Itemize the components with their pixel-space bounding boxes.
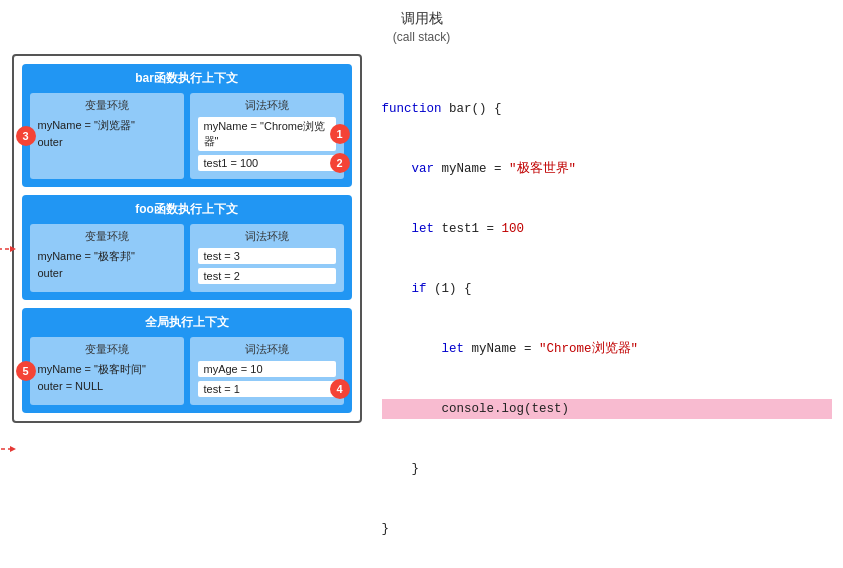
- global-variable-env: 5 变量环境 myName = "极客时间"outer = NULL: [30, 337, 184, 405]
- bar-variable-env: 3 变量环境 myName = "浏览器"outer: [30, 93, 184, 179]
- code-line-2: var myName = "极客世界": [382, 159, 832, 179]
- code-line-3: let test1 = 100: [382, 219, 832, 239]
- page-title: 调用栈: [401, 10, 443, 28]
- bar-lexical-item-2: test1 = 100 2: [198, 155, 336, 171]
- code-area: function bar() { var myName = "极客世界" let…: [382, 54, 832, 568]
- code-line-8: }: [382, 519, 832, 539]
- foo-variable-env: 变量环境 myName = "极客邦"outer: [30, 224, 184, 292]
- foo-context-title: foo函数执行上下文: [30, 201, 344, 218]
- bar-lexical-item-1: myName = "Chrome浏览器" 1: [198, 117, 336, 151]
- code-line-7: }: [382, 459, 832, 479]
- badge-3: 3: [16, 126, 36, 146]
- badge-1: 1: [330, 124, 350, 144]
- dashed-arrows-svg: [0, 54, 12, 568]
- foo-lexical-item-1: test = 3: [198, 248, 336, 264]
- global-context-title: 全局执行上下文: [30, 314, 344, 331]
- code-line-6: console.log(test): [382, 399, 832, 419]
- badge-5: 5: [16, 361, 36, 381]
- page-subtitle: (call stack): [393, 30, 450, 44]
- svg-marker-5: [10, 446, 16, 452]
- global-lexical-env: 词法环境 myAge = 10 test = 1 4: [190, 337, 344, 405]
- bar-context-title: bar函数执行上下文: [30, 70, 344, 87]
- foo-lexical-env: 词法环境 test = 3 test = 2: [190, 224, 344, 292]
- call-stack-area: bar函数执行上下文 3 变量环境 myName = "浏览器"outer 词法…: [12, 54, 362, 568]
- code-line-4: if (1) {: [382, 279, 832, 299]
- code-line-5: let myName = "Chrome浏览器": [382, 339, 832, 359]
- bar-lexical-env: 词法环境 myName = "Chrome浏览器" 1 test1 = 100 …: [190, 93, 344, 179]
- global-lexical-item-1: myAge = 10: [198, 361, 336, 377]
- call-stack-box: bar函数执行上下文 3 变量环境 myName = "浏览器"outer 词法…: [12, 54, 362, 423]
- foo-context: foo函数执行上下文 变量环境 myName = "极客邦"outer 词法环境…: [22, 195, 352, 300]
- foo-lexical-item-2: test = 2: [198, 268, 336, 284]
- bar-context: bar函数执行上下文 3 变量环境 myName = "浏览器"outer 词法…: [22, 64, 352, 187]
- badge-2: 2: [330, 153, 350, 173]
- global-lexical-item-2: test = 1 4: [198, 381, 336, 397]
- badge-4: 4: [330, 379, 350, 399]
- code-line-1: function bar() {: [382, 99, 832, 119]
- global-context: 全局执行上下文 5 变量环境 myName = "极客时间"outer = NU…: [22, 308, 352, 413]
